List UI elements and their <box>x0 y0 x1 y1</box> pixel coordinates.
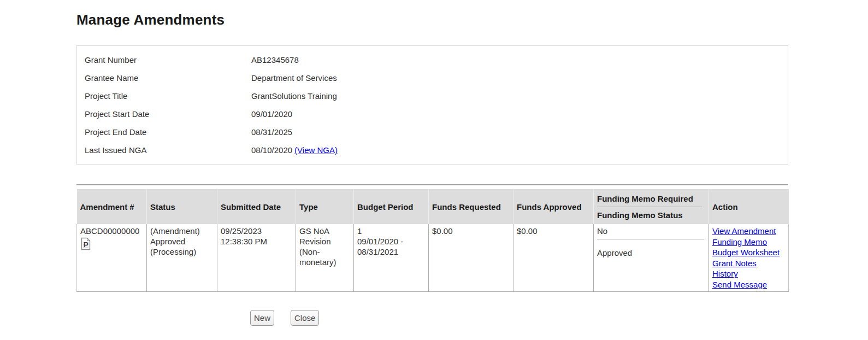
grant-details-panel: Grant Number AB12345678 Grantee Name Dep… <box>76 45 788 165</box>
detail-row-project-title: Project Title GrantSolutions Training <box>77 87 788 105</box>
cell-type: GS NoA Revision (Non-monetary) <box>296 224 354 292</box>
funding-memo-cell-divider <box>597 239 704 239</box>
header-action: Action <box>709 189 789 224</box>
grant-number-value: AB12345678 <box>251 55 299 65</box>
cell-status: (Amendment) Approved (Processing) <box>147 224 217 292</box>
funding-memo-status-value: Approved <box>597 248 705 258</box>
project-start-date-label: Project Start Date <box>85 109 251 119</box>
view-amendment-link[interactable]: View Amendment <box>712 226 776 237</box>
detail-row-grantee-name: Grantee Name Department of Services <box>77 69 788 87</box>
project-title-value: GrantSolutions Training <box>251 91 337 101</box>
funding-memo-link[interactable]: Funding Memo <box>712 237 767 248</box>
detail-row-project-end-date: Project End Date 08/31/2025 <box>77 123 788 141</box>
grant-notes-link[interactable]: Grant Notes <box>712 258 757 269</box>
detail-row-project-start-date: Project Start Date 09/01/2020 <box>77 105 788 123</box>
detail-row-grant-number: Grant Number AB12345678 <box>77 51 788 69</box>
grant-number-label: Grant Number <box>85 55 251 65</box>
project-title-label: Project Title <box>85 91 251 101</box>
page-title: Manage Amendments <box>76 0 788 28</box>
last-issued-nga-label: Last Issued NGA <box>85 145 251 155</box>
header-status: Status <box>147 189 217 224</box>
header-amendment-number: Amendment # <box>77 189 147 224</box>
budget-worksheet-link[interactable]: Budget Worksheet <box>712 247 780 258</box>
header-submitted-date: Submitted Date <box>217 189 296 224</box>
cell-action: View Amendment Funding Memo Budget Works… <box>709 224 789 292</box>
send-message-link[interactable]: Send Message <box>712 279 767 290</box>
header-type: Type <box>296 189 354 224</box>
header-funding-memo-required: Funding Memo Required <box>597 194 705 203</box>
svg-text:P: P <box>84 241 88 249</box>
document-p-icon[interactable]: P <box>80 237 91 253</box>
cell-amendment-number: ABCD00000000 P <box>77 224 147 292</box>
cell-funds-requested: $0.00 <box>429 224 513 292</box>
amendments-table: Amendment # Status Submitted Date Type B… <box>76 189 789 292</box>
new-button[interactable]: New <box>250 310 274 326</box>
view-nga-link[interactable]: (View NGA) <box>294 145 338 155</box>
amendment-number: ABCD00000000 <box>80 226 143 236</box>
close-button[interactable]: Close <box>291 310 319 326</box>
project-end-date-value: 08/31/2025 <box>251 127 292 137</box>
header-funding-memo: Funding Memo Required Funding Memo Statu… <box>594 189 709 224</box>
header-funding-memo-status: Funding Memo Status <box>597 210 705 220</box>
project-start-date-value: 09/01/2020 <box>251 109 292 119</box>
header-budget-period: Budget Period <box>354 189 429 224</box>
budget-period-number: 1 <box>357 226 425 236</box>
manage-amendments-page: Manage Amendments Grant Number AB1234567… <box>0 0 868 340</box>
detail-row-last-issued-nga: Last Issued NGA 08/10/2020(View NGA) <box>77 141 788 159</box>
nga-date: 08/10/2020 <box>251 145 292 155</box>
cell-funds-approved: $0.00 <box>513 224 594 292</box>
last-issued-nga-value: 08/10/2020(View NGA) <box>251 145 338 155</box>
header-funds-requested: Funds Requested <box>429 189 513 224</box>
amendment-row: ABCD00000000 P <box>77 224 789 292</box>
button-row: New Close <box>76 310 788 326</box>
separator-line <box>76 184 788 185</box>
header-funds-approved: Funds Approved <box>513 189 594 224</box>
grantee-name-label: Grantee Name <box>85 73 251 83</box>
cell-submitted-date: 09/25/2023 12:38:30 PM <box>217 224 296 292</box>
cell-budget-period: 1 09/01/2020 - 08/31/2021 <box>354 224 429 292</box>
history-link[interactable]: History <box>712 268 738 279</box>
project-end-date-label: Project End Date <box>85 127 251 137</box>
funding-memo-header-divider <box>597 207 702 207</box>
cell-funding-memo: No Approved <box>594 224 709 292</box>
budget-period-range: 09/01/2020 - 08/31/2021 <box>357 236 425 257</box>
table-header-row: Amendment # Status Submitted Date Type B… <box>77 189 789 224</box>
grantee-name-value: Department of Services <box>251 73 337 83</box>
funding-memo-required-value: No <box>597 226 705 236</box>
